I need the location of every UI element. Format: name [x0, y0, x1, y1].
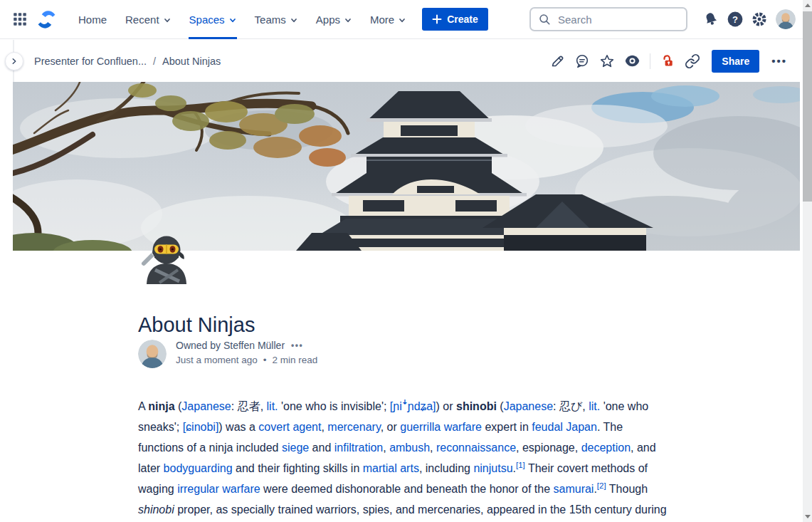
article-link[interactable]: lit.	[267, 400, 278, 412]
svg-text:?: ?	[732, 14, 738, 25]
scrollbar-thumb[interactable]	[803, 11, 812, 202]
copy-link-icon[interactable]	[685, 53, 700, 69]
user-avatar[interactable]	[776, 9, 796, 29]
article-link[interactable]: infiltration	[334, 442, 383, 454]
restrictions-unlocked-icon[interactable]	[660, 53, 675, 69]
edit-pencil-icon[interactable]	[549, 53, 565, 69]
article-link[interactable]: siege	[282, 442, 309, 454]
article-link[interactable]: irregular warfare	[177, 483, 260, 495]
help-icon[interactable]: ?	[723, 7, 747, 31]
scroll-down-arrow[interactable]	[803, 511, 812, 522]
search-icon	[538, 13, 551, 26]
article-text: ) was a	[218, 421, 258, 433]
article-text: and	[309, 442, 334, 454]
article-link[interactable]: ambush	[389, 442, 430, 454]
page-toolbar: Share •••	[549, 40, 790, 82]
nav-label: Home	[78, 14, 107, 26]
comment-icon[interactable]	[574, 53, 590, 69]
page-title: About Ninjas	[138, 313, 255, 337]
star-favorite-icon[interactable]	[599, 53, 615, 69]
triangle-down-icon	[805, 515, 811, 518]
chevron-down-icon	[344, 17, 352, 24]
article-link[interactable]: covert agent	[258, 421, 321, 433]
citation-ref: [1]	[516, 461, 525, 469]
nav-item-more[interactable]: More	[361, 0, 415, 39]
article-link[interactable]: feudal Japan	[532, 421, 597, 433]
vertical-scrollbar[interactable]	[803, 0, 812, 522]
create-label: Create	[447, 14, 478, 25]
article-text: ninja	[148, 400, 174, 412]
nav-item-teams[interactable]: Teams	[246, 0, 307, 39]
app-switcher-icon[interactable]	[13, 12, 27, 26]
article-link[interactable]: deception	[581, 442, 631, 454]
search-box[interactable]	[529, 7, 687, 31]
article-link[interactable]: Japanese	[504, 400, 553, 412]
confluence-logo-icon[interactable]	[37, 10, 56, 29]
citation-link[interactable]: [1]	[516, 461, 525, 469]
article-link[interactable]: mercenary	[327, 421, 380, 433]
article-link[interactable]: ninjutsu	[473, 462, 512, 474]
citation-link[interactable]: [2]	[597, 481, 606, 490]
byline-text: Owned by Steffen Müller ••• Just a momen…	[176, 340, 317, 365]
chevron-right-icon	[9, 56, 19, 66]
article-text: , espionage,	[516, 442, 581, 454]
article-text: 'one who is invisible';	[278, 400, 390, 412]
article-text: Though	[606, 483, 648, 495]
top-navigation: Home Recent Spaces Teams Apps More Creat…	[0, 0, 803, 39]
nav-item-home[interactable]: Home	[69, 0, 116, 39]
nav-label: Apps	[316, 14, 340, 26]
article-paragraph: A ninja (Japanese: 忍者, lit. 'one who is …	[138, 396, 670, 522]
settings-gear-icon[interactable]	[747, 7, 771, 31]
nav-item-spaces[interactable]: Spaces	[180, 0, 246, 39]
article-link[interactable]: guerrilla warfare	[400, 421, 482, 433]
citation-ref: [2]	[597, 481, 606, 490]
article-link[interactable]: bodyguarding	[164, 462, 233, 474]
article-text: (	[497, 400, 504, 412]
last-edited-timestamp: Just a moment ago	[176, 355, 258, 365]
article-link[interactable]: reconnaissance	[436, 442, 516, 454]
scroll-up-arrow[interactable]	[803, 0, 812, 11]
create-button[interactable]: Create	[422, 8, 488, 31]
nav-label: Recent	[125, 14, 159, 26]
chevron-down-icon	[399, 17, 406, 24]
nav-label: Teams	[255, 14, 286, 26]
watch-eye-icon[interactable]	[624, 53, 640, 69]
article-text: ,	[430, 442, 436, 454]
article-link[interactable]: Japanese	[181, 400, 231, 412]
cover-image[interactable]	[13, 82, 800, 251]
ninja-emoji[interactable]	[138, 230, 191, 284]
article-text: , including	[419, 462, 474, 474]
notifications-bell-icon[interactable]	[699, 7, 723, 31]
nav-item-recent[interactable]: Recent	[116, 0, 180, 39]
article-link[interactable]: martial arts	[363, 462, 419, 474]
author-avatar[interactable]	[138, 340, 167, 368]
page-more-actions-button[interactable]: •••	[769, 55, 790, 67]
article-text: , or	[381, 421, 401, 433]
search-input[interactable]	[557, 13, 659, 26]
toolbar-divider	[650, 53, 650, 69]
article-text: shinobi	[138, 503, 174, 516]
read-time: 2 min read	[273, 355, 318, 365]
article-text: (	[175, 400, 182, 412]
article-link[interactable]: [ɕinobi]	[183, 421, 219, 433]
article-text: were deemed dishonorable and beneath the…	[260, 483, 554, 495]
byline: Owned by Steffen Müller ••• Just a momen…	[138, 340, 317, 368]
page-header-row: Presenter for Confluen... / About Ninjas	[0, 40, 803, 82]
owned-by-label: Owned by Steffen Müller	[176, 340, 285, 351]
breadcrumb-separator: /	[153, 56, 156, 67]
article-text: and their fighting skills in	[233, 462, 363, 474]
expand-sidebar-button[interactable]	[5, 52, 23, 71]
nav-item-apps[interactable]: Apps	[307, 0, 361, 39]
share-button[interactable]: Share	[712, 50, 759, 73]
article-text: expert in	[482, 421, 532, 433]
article-link[interactable]: samurai	[554, 483, 594, 495]
breadcrumb-space-link[interactable]: Presenter for Confluen...	[34, 56, 147, 67]
article-text: : 忍者,	[231, 400, 267, 412]
breadcrumb: Presenter for Confluen... / About Ninjas	[34, 40, 221, 82]
byline-more-actions[interactable]: •••	[291, 340, 303, 350]
article-link[interactable]: [ɲiꜜɲdʑa]	[390, 400, 436, 412]
article-text: ,	[383, 442, 389, 454]
article-text: A	[138, 400, 148, 412]
nav-label: Spaces	[189, 14, 225, 26]
article-link[interactable]: lit.	[589, 400, 600, 412]
